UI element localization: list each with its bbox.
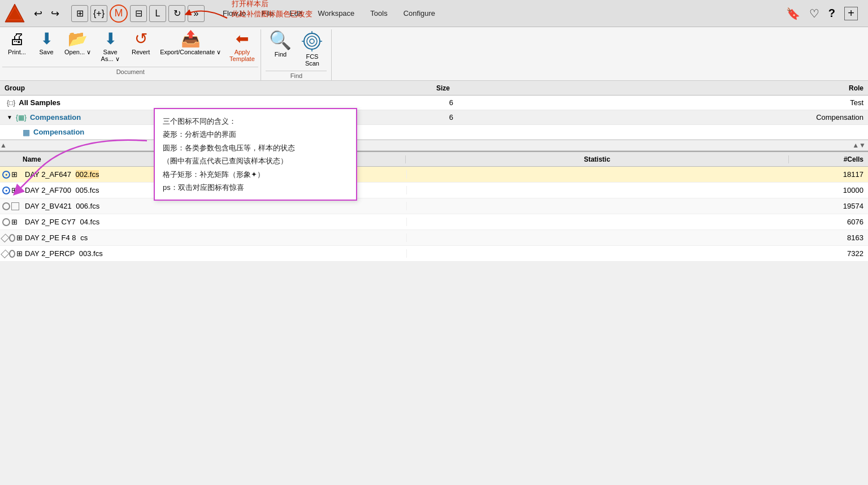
group-all-samples-size: 6 [413, 98, 458, 107]
svg-point-2 [304, 33, 320, 49]
ribbon-group-document: 🖨 Print... ⬇ Save 📂 Open... ∨ ⬇ SaveAs..… [0, 29, 261, 80]
tooltip-box: 三个图标不同的含义： 菱形：分析选中的界面 圆形：各类参数包含电压等，样本的状态… [154, 108, 357, 201]
bh-cells: #Cells [789, 155, 868, 163]
ribbon-toolbar: 🖨 Print... ⬇ Save 📂 Open... ∨ ⬇ SaveAs..… [0, 27, 868, 81]
row-3-cells: 6076 [789, 218, 868, 226]
menu-tools[interactable]: Tools [362, 7, 395, 20]
tooltip-line-3: （圈中有蓝点代表已查阅该样本状态） [163, 154, 348, 167]
row-5-name: DAY 2_PERCP 003.fcs [23, 249, 407, 258]
row-4-cells: 8163 [789, 233, 868, 242]
menu-configure[interactable]: Configure [396, 7, 443, 20]
bottom-table: Name Statistic #Cells ● ⊞ DAY 2_AF647 00… [0, 151, 868, 262]
row-2-cells: 19574 [789, 202, 868, 210]
row-2-icons [0, 202, 23, 210]
row-2-name: DAY 2_BV421 006.fcs [23, 202, 407, 210]
help-icon[interactable]: ? [828, 7, 835, 20]
data-row-4[interactable]: ⊞ DAY 2_PE F4 8 cs 8163 [0, 230, 868, 246]
svg-marker-0 [5, 4, 24, 22]
th-role: Role [454, 84, 868, 92]
group-row-compensation-item[interactable]: ▦ Compensation [0, 125, 868, 140]
bottom-table-header: Name Statistic #Cells [0, 152, 868, 167]
group-compensation-size: 6 [413, 113, 458, 122]
row-5-icons: ⊞ [0, 249, 23, 258]
undo-icon[interactable]: ↩ [31, 6, 45, 21]
revert-button[interactable]: ↺ Revert [126, 29, 155, 57]
toolbar-icon-5[interactable]: L [149, 5, 166, 22]
scroll-down-icon[interactable]: ▲▼ [852, 141, 866, 149]
app-logo[interactable] [3, 2, 26, 25]
data-row-3[interactable]: ⊞ DAY 2_PE CY7 04.fcs 6076 [0, 214, 868, 230]
tooltip-line-4: 格子矩形：补充矩阵（形象✦） [163, 168, 348, 181]
tooltip-line-2: 圆形：各类参数包含电压等，样本的状态 [163, 141, 348, 154]
find-button[interactable]: 🔍 Find [266, 29, 295, 59]
ribbon-group-find: 🔍 Find FCSScan Find [261, 29, 332, 80]
tooltip-line-5: ps：双击对应图标有惊喜 [163, 181, 348, 194]
row-0-icons: ● ⊞ [0, 170, 23, 179]
print-button[interactable]: 🖨 Print... [2, 29, 32, 57]
save-as-button[interactable]: ⬇ SaveAs... ∨ [96, 29, 125, 64]
menu-file[interactable]: File [254, 7, 281, 20]
toolbar-icon-7[interactable]: » [188, 5, 205, 22]
ribbon-find-label: Find [266, 71, 327, 80]
group-all-samples-name: {□} All Samples [0, 98, 413, 107]
data-row-5[interactable]: ⊞ DAY 2_PERCP 003.fcs 7322 [0, 246, 868, 262]
redo-icon[interactable]: ↪ [47, 6, 62, 21]
menu-edit[interactable]: Edit [281, 7, 310, 20]
row-4-icons: ⊞ [0, 233, 23, 242]
th-group: Group [0, 84, 409, 92]
row-1-icons: ● ⊞ [0, 186, 23, 194]
svg-point-3 [307, 36, 317, 46]
groups-section: {□} All Samples 6 Test ▼ {▦} Compensatio… [0, 96, 868, 140]
tooltip-title: 三个图标不同的含义： [163, 115, 348, 128]
group-compensation-role: Compensation [458, 113, 868, 122]
toolbar-icon-1[interactable]: ⊞ [71, 5, 88, 22]
data-row-2[interactable]: DAY 2_BV421 006.fcs 19574 [0, 198, 868, 214]
data-row-0[interactable]: ● ⊞ DAY 2_AF647 002.fcs 18117 [0, 167, 868, 183]
row-5-cells: 7322 [789, 249, 868, 258]
fcs-scan-button[interactable]: FCSScan [297, 29, 327, 68]
ribbon-document-label: Document [2, 67, 258, 76]
row-3-icons: ⊞ [0, 218, 23, 226]
menu-workspace[interactable]: Workspace [310, 7, 363, 20]
data-row-1[interactable]: ● ⊞ DAY 2_AF700 005.fcs 10000 [0, 183, 868, 198]
menu-flowjo[interactable]: FlowJo [215, 7, 254, 20]
scroll-up-icon[interactable]: ▲ [0, 141, 7, 149]
heart-icon[interactable]: ♡ [809, 7, 819, 20]
row-1-cells: 10000 [789, 186, 868, 194]
tooltip-line-1: 菱形：分析选中的界面 [163, 128, 348, 141]
svg-point-4 [310, 39, 314, 44]
export-button[interactable]: 📤 Export/Concatenate ∨ [157, 29, 224, 58]
open-button[interactable]: 📂 Open... ∨ [61, 29, 94, 58]
all-samples-icon: {□} [7, 99, 15, 107]
apply-template-button[interactable]: ⬅ ApplyTemplate [225, 29, 258, 64]
group-table-header: Group Size Role [0, 81, 868, 96]
compensation-group-icon: {▦} [16, 114, 27, 122]
expand-arrow: ▼ [7, 114, 12, 120]
row-3-name: DAY 2_PE CY7 04.fcs [23, 218, 407, 226]
group-row-compensation[interactable]: ▼ {▦} Compensation 6 Compensation [0, 110, 868, 125]
row-4-name: DAY 2_PE F4 8 cs [23, 233, 407, 242]
th-size: Size [409, 84, 454, 92]
toolbar-icon-4[interactable]: ⊟ [130, 5, 147, 22]
toolbar-icon-3-active[interactable]: M [110, 5, 128, 23]
plus-icon[interactable]: + [844, 7, 858, 20]
bookmark-icon[interactable]: 🔖 [786, 7, 800, 20]
save-button[interactable]: ⬇ Save [33, 29, 60, 57]
toolbar-icon-2[interactable]: {+} [90, 5, 107, 22]
group-all-samples-role: Test [458, 98, 868, 107]
compensation-item-icon: ▦ [23, 128, 30, 137]
toolbar-icon-6[interactable]: ↻ [168, 5, 185, 22]
row-0-cells: 18117 [789, 170, 868, 179]
bh-stat: Statistic [406, 155, 789, 163]
scroll-divider: ▲ ▲▼ [0, 140, 868, 151]
group-row-all-samples[interactable]: {□} All Samples 6 Test [0, 96, 868, 110]
